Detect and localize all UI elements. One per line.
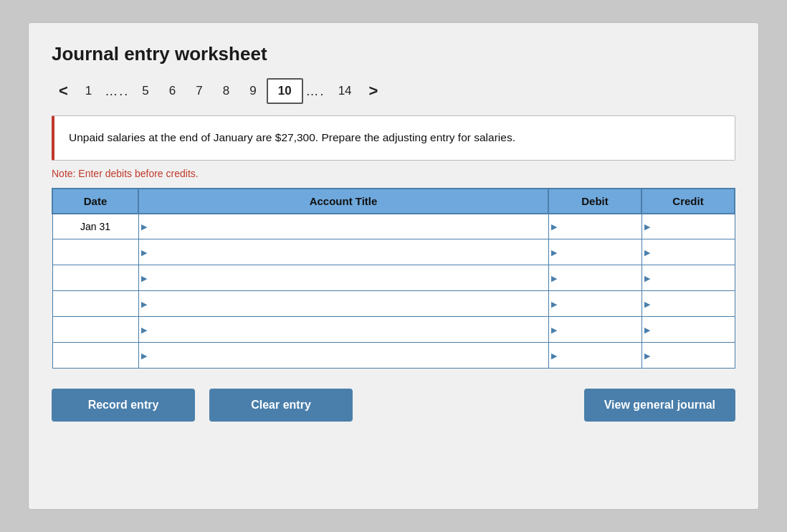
table-row: Jan 31	[52, 214, 735, 239]
col-header-account: Account Title	[138, 189, 548, 214]
record-entry-button[interactable]: Record entry	[52, 389, 195, 422]
date-cell-3	[52, 291, 138, 317]
prev-arrow[interactable]: <	[52, 79, 75, 103]
page-title: Journal entry worksheet	[52, 43, 735, 65]
table-row	[52, 343, 735, 369]
col-header-credit: Credit	[641, 189, 735, 214]
account-input-0[interactable]	[139, 214, 548, 239]
account-input-1[interactable]	[139, 239, 548, 265]
debit-cell-4[interactable]	[548, 317, 641, 343]
credit-input-4[interactable]	[642, 317, 735, 342]
account-cell-4[interactable]	[138, 317, 548, 343]
debit-cell-1[interactable]	[548, 239, 641, 265]
page-7[interactable]: 7	[186, 80, 212, 103]
credit-cell-1[interactable]	[641, 239, 735, 265]
date-cell-4	[52, 317, 138, 343]
date-cell-0: Jan 31	[52, 214, 138, 239]
debit-input-5[interactable]	[549, 343, 641, 368]
page-1[interactable]: 1	[75, 80, 102, 103]
col-header-debit: Debit	[548, 189, 641, 214]
page-9[interactable]: 9	[239, 80, 266, 103]
credit-cell-3[interactable]	[641, 291, 735, 317]
account-cell-1[interactable]	[138, 239, 548, 265]
col-header-date: Date	[52, 189, 138, 214]
clear-entry-button[interactable]: Clear entry	[209, 389, 353, 422]
worksheet-container: Journal entry worksheet < 1 ….. 5 6 7 8 …	[28, 22, 759, 510]
view-general-journal-button[interactable]: View general journal	[584, 389, 735, 422]
debit-cell-2[interactable]	[548, 265, 641, 291]
credit-cell-5[interactable]	[641, 343, 735, 369]
debit-input-0[interactable]	[549, 214, 641, 239]
debit-cell-5[interactable]	[548, 343, 641, 369]
account-cell-0[interactable]	[138, 214, 548, 239]
table-row	[52, 317, 735, 343]
credit-input-5[interactable]	[642, 343, 735, 368]
page-14[interactable]: 14	[328, 80, 362, 103]
credit-input-2[interactable]	[642, 265, 735, 290]
account-input-3[interactable]	[139, 291, 548, 316]
page-6[interactable]: 6	[159, 80, 186, 103]
account-cell-3[interactable]	[138, 291, 548, 317]
date-cell-1	[52, 239, 138, 265]
credit-cell-2[interactable]	[641, 265, 735, 291]
credit-input-0[interactable]	[642, 214, 735, 239]
debit-cell-0[interactable]	[548, 214, 641, 239]
date-cell-2	[52, 265, 138, 291]
page-5[interactable]: 5	[132, 80, 158, 103]
pagination: < 1 ….. 5 6 7 8 9 10 …. 14 >	[52, 78, 735, 104]
date-cell-5	[52, 343, 138, 369]
credit-cell-4[interactable]	[641, 317, 735, 343]
dots-1: …..	[102, 80, 132, 103]
table-row	[52, 239, 735, 265]
next-arrow[interactable]: >	[362, 79, 386, 103]
buttons-row: Record entry Clear entry View general jo…	[52, 389, 735, 422]
table-row	[52, 291, 735, 317]
account-cell-2[interactable]	[138, 265, 548, 291]
credit-cell-0[interactable]	[641, 214, 735, 239]
account-cell-5[interactable]	[138, 343, 548, 369]
table-row	[52, 265, 735, 291]
question-box: Unpaid salaries at the end of January ar…	[52, 115, 735, 161]
account-input-5[interactable]	[139, 343, 548, 368]
note-text: Note: Enter debits before credits.	[52, 168, 735, 179]
debit-cell-3[interactable]	[548, 291, 641, 317]
debit-input-1[interactable]	[549, 239, 641, 265]
journal-table: Date Account Title Debit Credit Jan 31	[52, 188, 735, 369]
question-text: Unpaid salaries at the end of January ar…	[69, 131, 515, 143]
page-8[interactable]: 8	[213, 80, 239, 103]
credit-input-3[interactable]	[642, 291, 735, 316]
dots-2: ….	[303, 80, 328, 103]
page-10[interactable]: 10	[267, 78, 303, 104]
credit-input-1[interactable]	[642, 239, 735, 265]
debit-input-4[interactable]	[549, 317, 641, 342]
debit-input-2[interactable]	[549, 265, 641, 290]
account-input-4[interactable]	[139, 317, 548, 342]
debit-input-3[interactable]	[549, 291, 641, 316]
account-input-2[interactable]	[139, 265, 548, 290]
